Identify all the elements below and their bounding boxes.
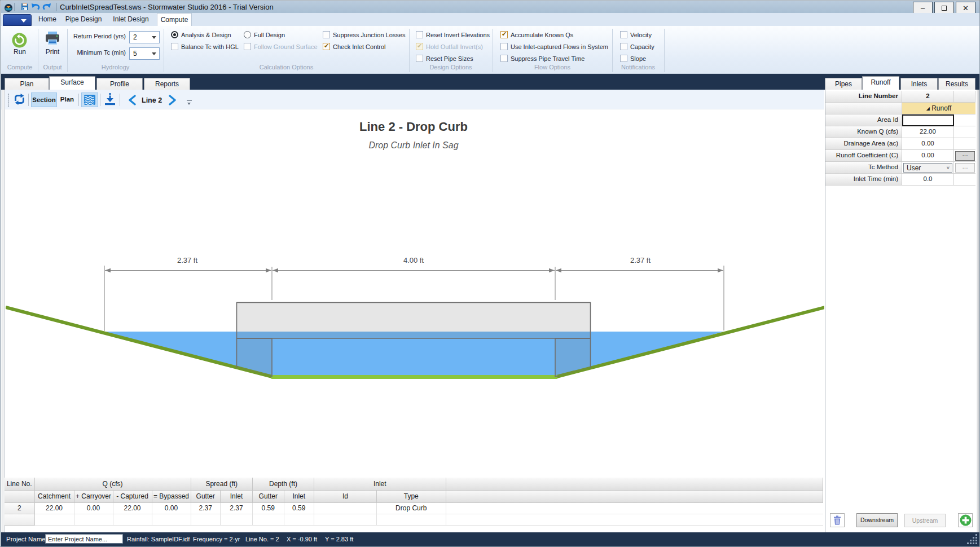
svg-text:Drop Curb Inlet In Sag: Drop Curb Inlet In Sag	[368, 140, 458, 150]
svg-text:2.37 ft: 2.37 ft	[177, 256, 198, 264]
svg-text:2.37 ft: 2.37 ft	[630, 256, 651, 264]
svg-text:4.00 ft: 4.00 ft	[403, 256, 424, 264]
svg-text:Line 2 - Drop Curb: Line 2 - Drop Curb	[359, 120, 468, 134]
